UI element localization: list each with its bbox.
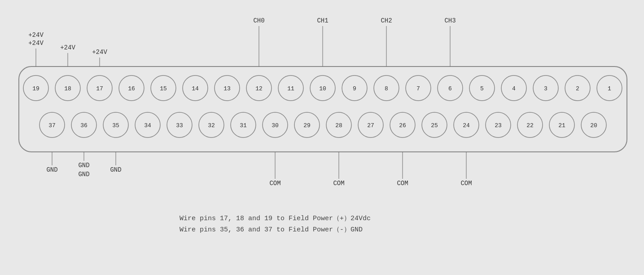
- svg-text:3: 3: [544, 85, 548, 92]
- instruction-line-2: Wire pins 35, 36 and 37 to Field Power（-…: [180, 226, 363, 234]
- svg-text:CH0: CH0: [253, 17, 264, 24]
- svg-text:5: 5: [480, 85, 484, 92]
- svg-text:14: 14: [192, 85, 199, 92]
- svg-text:31: 31: [240, 122, 247, 129]
- svg-text:34: 34: [144, 122, 151, 129]
- svg-text:CH3: CH3: [444, 17, 456, 24]
- svg-text:33: 33: [176, 122, 183, 129]
- svg-text:1: 1: [608, 85, 611, 92]
- svg-text:8: 8: [385, 85, 388, 92]
- svg-text:36: 36: [80, 122, 88, 129]
- svg-text:6: 6: [448, 85, 452, 92]
- svg-text:30: 30: [272, 122, 279, 129]
- svg-text:27: 27: [367, 122, 374, 129]
- svg-text:9: 9: [353, 85, 356, 92]
- svg-text:26: 26: [399, 122, 406, 129]
- svg-text:32: 32: [208, 122, 215, 129]
- svg-text:29: 29: [303, 122, 311, 129]
- svg-text:16: 16: [128, 85, 135, 92]
- svg-text:37: 37: [48, 122, 56, 129]
- svg-text:10: 10: [319, 85, 326, 92]
- svg-text:15: 15: [160, 85, 167, 92]
- instruction-line-1: Wire pins 17, 18 and 19 to Field Power（+…: [180, 215, 371, 222]
- svg-text:25: 25: [431, 122, 438, 129]
- svg-text:GND: GND: [110, 166, 121, 173]
- svg-text:GND: GND: [78, 171, 89, 178]
- svg-text:+24V: +24V: [60, 44, 75, 51]
- svg-text:21: 21: [558, 122, 565, 129]
- svg-text:CH2: CH2: [381, 17, 392, 24]
- svg-text:22: 22: [526, 122, 534, 129]
- svg-text:35: 35: [112, 122, 119, 129]
- svg-text:+24V: +24V: [28, 40, 44, 47]
- svg-text:18: 18: [64, 85, 71, 92]
- main-container: 19 18 17 16 15 14 13 12 11 10 9 8: [0, 0, 644, 275]
- svg-text:4: 4: [512, 85, 516, 92]
- svg-text:GND: GND: [78, 162, 89, 169]
- svg-text:13: 13: [223, 85, 231, 92]
- svg-text:7: 7: [416, 85, 420, 92]
- svg-text:17: 17: [96, 85, 103, 92]
- svg-text:24: 24: [463, 122, 470, 129]
- svg-text:12: 12: [255, 85, 263, 92]
- svg-text:20: 20: [590, 122, 597, 129]
- svg-text:COM: COM: [333, 180, 344, 187]
- svg-text:CH1: CH1: [317, 17, 328, 24]
- svg-text:28: 28: [335, 122, 342, 129]
- svg-text:COM: COM: [460, 180, 472, 187]
- svg-text:COM: COM: [397, 180, 408, 187]
- svg-text:GND: GND: [46, 166, 57, 173]
- svg-text:+24V: +24V: [28, 31, 44, 39]
- svg-text:11: 11: [287, 85, 294, 92]
- svg-text:23: 23: [495, 122, 502, 129]
- svg-text:2: 2: [576, 85, 579, 92]
- svg-text:19: 19: [32, 85, 39, 92]
- svg-text:COM: COM: [269, 180, 280, 187]
- connector-diagram: 19 18 17 16 15 14 13 12 11 10 9 8: [0, 0, 644, 275]
- svg-text:+24V: +24V: [92, 49, 107, 56]
